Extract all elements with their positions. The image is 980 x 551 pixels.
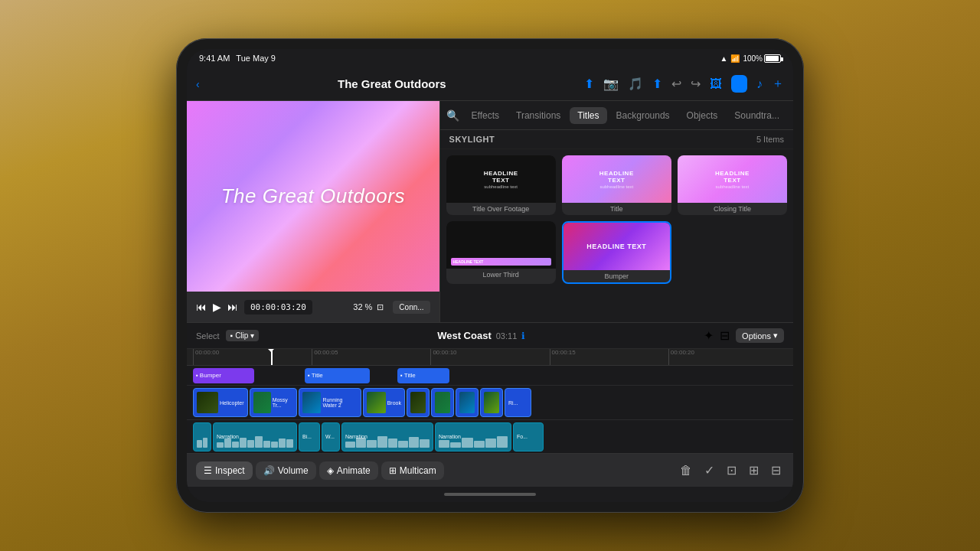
options-button[interactable]: Options ▾ [736, 328, 784, 343]
timeline-ruler: 00:00:00 00:00:05 00:00:10 00:00:15 00:0… [187, 349, 793, 366]
video-clip-running-water[interactable]: Running Water 2 [299, 388, 361, 417]
crop-icon[interactable]: ⊡ [724, 460, 740, 481]
title-card-closing[interactable]: HEADLINETEXT subheadline text Closing Ti… [678, 155, 787, 215]
rewind-button[interactable]: ⏮ [196, 301, 207, 313]
inspect-icon: ☰ [204, 465, 212, 476]
audio-clip-narration-3[interactable]: Narration [435, 422, 511, 452]
title-card-over-footage[interactable]: HEADLINETEXT subheadline text Title Over… [446, 155, 556, 215]
running-water-label: Running Water 2 [322, 397, 358, 408]
back-button[interactable]: ‹ [196, 78, 200, 90]
options-label: Options [742, 331, 771, 341]
tab-transitions[interactable]: Transitions [508, 107, 568, 124]
ri-label: Ri... [508, 400, 518, 406]
photos-icon[interactable]: 🖼 [710, 77, 722, 91]
clip-label: Clip [235, 331, 248, 340]
browser-content: SKYLIGHT 5 Items HEADLINETEXT subheadlin… [440, 130, 793, 322]
tab-backgrounds[interactable]: Backgrounds [609, 107, 678, 124]
bumper-clip-label: Bumper [200, 372, 221, 379]
tab-soundtracks[interactable]: Soundtra... [727, 107, 787, 124]
status-time: 9:41 AM [199, 54, 230, 63]
share-icon[interactable]: ⬆ [652, 77, 662, 91]
magnet-icon[interactable]: ✦ [704, 328, 714, 343]
clip-dropdown-icon: ▾ [250, 331, 254, 340]
title-card-title[interactable]: HEADLINETEXT subheadline text Title [562, 155, 671, 215]
audio-clip-small-1[interactable] [193, 422, 211, 452]
subheadline-text-2: subheadline text [599, 184, 634, 189]
title-card-label-2: Title [562, 203, 671, 215]
ruler-mark-0: 00:00:00 [193, 349, 312, 366]
section-count: 5 Items [756, 135, 784, 144]
redo-icon[interactable]: ↪ [691, 77, 701, 91]
volume-button[interactable]: 🔊 Volume [256, 461, 316, 480]
title-card-lower-third[interactable]: HEADLINE TEXT Lower Third [446, 221, 556, 284]
zoom-fit-icon[interactable]: ⊟ [720, 328, 730, 343]
video-clip-8[interactable] [480, 388, 503, 417]
ruler-mark-4: 00:00:20 [668, 349, 787, 366]
volume-icon: 🔊 [263, 465, 275, 476]
tab-titles[interactable]: Titles [570, 107, 606, 124]
info-icon[interactable]: ℹ [521, 331, 525, 341]
animate-button[interactable]: ◈ Animate [319, 461, 378, 480]
play-button[interactable]: ▶ [213, 301, 221, 313]
video-clip-helicopter[interactable]: Helicopter [193, 388, 248, 417]
headline-text-3: HEADLINETEXT [715, 170, 750, 184]
connect-button[interactable]: Conn... [393, 301, 430, 314]
title-clip-bumper[interactable]: ▪ Bumper [193, 368, 254, 383]
zoom-value: 32 % [353, 302, 372, 311]
grid-icon[interactable]: ⊞ [746, 460, 762, 481]
clip7-thumb [459, 392, 475, 413]
audio-icon[interactable]: ♪ [756, 77, 763, 91]
video-clip-5[interactable] [407, 388, 430, 417]
voiceover-icon[interactable]: 🎵 [628, 77, 643, 91]
project-title: The Great Outdoors [206, 77, 578, 90]
video-clip-mossy[interactable]: Mossy Tr... [250, 388, 297, 417]
status-bar: 9:41 AM Tue May 9 ▲ 📶 100% [187, 49, 793, 67]
audio-clip-narration-2[interactable]: Narration [341, 422, 433, 452]
media-browser-icon[interactable]: ⊞ [731, 75, 747, 93]
lower-third-text: HEADLINE TEXT [453, 259, 484, 264]
search-icon[interactable]: 🔍 [446, 109, 459, 122]
signal-icon: 📶 [730, 54, 740, 63]
title-card-bumper[interactable]: HEADLINE TEXT Bumper [562, 221, 671, 284]
clip-icon: ▪ [230, 331, 234, 340]
brook-label: Brook [387, 400, 401, 406]
fast-forward-button[interactable]: ⏭ [227, 301, 238, 313]
more-icon[interactable]: ⊟ [768, 460, 784, 481]
audio-clip-w[interactable]: W... [322, 422, 340, 452]
multicam-button[interactable]: ⊞ Multicam [381, 461, 444, 480]
checkmark-icon[interactable]: ✓ [701, 460, 717, 481]
video-clip-7[interactable] [456, 388, 479, 417]
lower-third-bar: HEADLINE TEXT [451, 258, 551, 266]
title-clip-title-1[interactable]: ▪ Title [305, 368, 370, 383]
undo-icon[interactable]: ↩ [671, 77, 681, 91]
tab-effects[interactable]: Effects [464, 107, 507, 124]
add-icon[interactable]: ＋ [772, 76, 784, 92]
select-label: Select [196, 331, 220, 341]
title-card-preview-lower-third: HEADLINE TEXT [446, 221, 556, 269]
playhead[interactable] [271, 349, 273, 365]
inspect-button[interactable]: ☰ Inspect [196, 461, 253, 480]
video-clip-brook[interactable]: Brook [363, 388, 405, 417]
title-clips-row: ▪ Bumper ▪ Title ▪ Title [187, 366, 793, 386]
audio-clip-narration-1[interactable]: Narration [213, 422, 297, 452]
camera-icon[interactable]: 📷 [603, 77, 619, 91]
upload-icon[interactable]: ⬆ [584, 77, 594, 91]
audio-clip-bi[interactable]: Bi... [299, 422, 320, 452]
video-clip-6[interactable] [431, 388, 454, 417]
waveform-1 [197, 435, 207, 448]
delete-icon[interactable]: 🗑 [677, 461, 695, 481]
options-chevron-icon: ▾ [773, 331, 778, 341]
project-duration: 03:11 [496, 331, 518, 341]
video-preview: The Great Outdoors [187, 101, 439, 292]
subheadline-text-1: subheadline text [484, 184, 518, 189]
nav-bar: ‹ The Great Outdoors ⬆ 📷 🎵 ⬆ ↩ ↪ 🖼 ⊞ ♪ ＋ [187, 67, 793, 101]
fit-icon: ⊡ [377, 302, 384, 312]
home-bar [444, 493, 536, 496]
title-clip-title-2[interactable]: ▪ Title [397, 368, 449, 383]
multicam-label: Multicam [400, 465, 436, 476]
clip8-thumb [484, 392, 499, 413]
tab-objects[interactable]: Objects [679, 107, 726, 124]
headline-text-2: HEADLINETEXT [599, 170, 634, 184]
audio-clip-fo[interactable]: Fo... [513, 422, 544, 452]
video-clip-ri[interactable]: Ri... [505, 388, 531, 417]
